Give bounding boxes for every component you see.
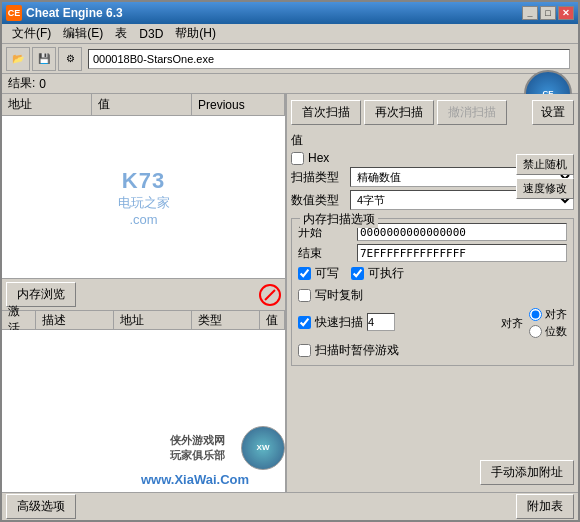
- scan-type-label: 扫描类型: [291, 169, 346, 186]
- left-panel: 地址 值 Previous K73 电玩之家.com 内存浏览 激活 描述 地址: [2, 94, 287, 492]
- fast-scan-checkbox[interactable]: [298, 316, 311, 329]
- next-scan-button[interactable]: 再次扫描: [364, 100, 434, 125]
- value-section-label: 值: [291, 132, 574, 149]
- menu-table[interactable]: 表: [109, 23, 133, 44]
- lower-col-description: 描述: [36, 311, 114, 329]
- col-header-value: 值: [92, 94, 192, 115]
- xiawai-url: www.XiaWai.Com: [105, 472, 285, 487]
- xiawai-logo: XW: [241, 426, 285, 470]
- app-icon: CE: [6, 5, 22, 21]
- executable-checkbox-row: 可执行: [351, 265, 404, 282]
- result-label: 结果:: [8, 75, 35, 92]
- k73-subtext: 电玩之家.com: [118, 194, 170, 227]
- hex-checkbox[interactable]: [291, 152, 304, 165]
- lower-col-address: 地址: [114, 311, 192, 329]
- result-count: 0: [39, 77, 46, 91]
- no-icon: [259, 284, 281, 306]
- writable-label: 可写: [315, 265, 339, 282]
- settings-panel-button[interactable]: 设置: [532, 100, 574, 125]
- xiawai-text2: 玩家俱乐部: [170, 448, 235, 463]
- bits-option: 位数: [545, 324, 567, 339]
- start-address-input[interactable]: [357, 223, 567, 241]
- lower-col-active: 激活: [2, 311, 36, 329]
- manual-add-row: 手动添加附址: [291, 457, 574, 488]
- fast-scan-row: 快速扫描: [298, 313, 395, 331]
- right-panel: 首次扫描 再次扫描 撤消扫描 设置 值 Hex 扫描类型 精确数值: [287, 94, 578, 492]
- end-address-row: 结束: [298, 244, 567, 262]
- copy-on-write-row: 写时复制: [298, 287, 567, 304]
- left-bottom-buttons: 内存浏览: [2, 278, 285, 310]
- xiawai-watermark: 侠外游戏网 玩家俱乐部 XW www.XiaWai.Com: [105, 426, 285, 487]
- bits-radio[interactable]: [529, 325, 542, 338]
- align-option: 对齐: [545, 307, 567, 322]
- lower-col-type: 类型: [192, 311, 260, 329]
- manual-add-button[interactable]: 手动添加附址: [480, 460, 574, 485]
- bottom-bar: 高级选项 附加表: [2, 492, 578, 520]
- k73-text: K73: [118, 168, 170, 194]
- menu-help[interactable]: 帮助(H): [169, 23, 222, 44]
- window-title: Cheat Engine 6.3: [26, 6, 123, 20]
- executable-checkbox[interactable]: [351, 267, 364, 280]
- menu-file[interactable]: 文件(F): [6, 23, 57, 44]
- k73-watermark: K73 电玩之家.com: [118, 168, 170, 227]
- address-table: 侠外游戏网 玩家俱乐部 XW www.XiaWai.Com: [2, 330, 285, 492]
- lower-col-value: 值: [260, 311, 285, 329]
- executable-label: 可执行: [368, 265, 404, 282]
- lower-table-header: 激活 描述 地址 类型 值: [2, 310, 285, 330]
- menu-edit[interactable]: 编辑(E): [57, 23, 109, 44]
- writable-checkbox[interactable]: [298, 267, 311, 280]
- hex-label: Hex: [308, 151, 329, 165]
- pause-game-checkbox[interactable]: [298, 344, 311, 357]
- alignment-label: 对齐: [501, 316, 523, 331]
- pause-game-row: 扫描时暂停游戏: [298, 342, 567, 359]
- open-button[interactable]: 📂: [6, 47, 30, 71]
- scan-results-list: K73 电玩之家.com: [2, 116, 285, 278]
- xiawai-text1: 侠外游戏网: [170, 433, 235, 448]
- right-spacer: [291, 371, 574, 454]
- scan-buttons-row: 首次扫描 再次扫描 撤消扫描 设置: [291, 98, 574, 127]
- menu-bar: 文件(F) 编辑(E) 表 D3D 帮助(H): [2, 24, 578, 44]
- end-address-input[interactable]: [357, 244, 567, 262]
- memory-scan-title: 内存扫描选项: [300, 211, 378, 228]
- col-header-previous: Previous: [192, 94, 285, 115]
- right-options: 禁止随机 速度修改: [516, 154, 574, 199]
- title-bar: CE Cheat Engine 6.3 _ □ ✕: [2, 2, 578, 24]
- main-area: 地址 值 Previous K73 电玩之家.com 内存浏览 激活 描述 地址: [2, 94, 578, 492]
- fast-scan-label: 快速扫描: [315, 314, 363, 331]
- toolbar: 📂 💾 ⚙ 000018B0-StarsOne.exe CE: [2, 44, 578, 74]
- pause-game-label: 扫描时暂停游戏: [315, 342, 399, 359]
- advanced-options-button[interactable]: 高级选项: [6, 494, 76, 519]
- result-bar: 结果: 0: [2, 74, 578, 94]
- settings-button[interactable]: ⚙: [58, 47, 82, 71]
- copy-on-write-checkbox[interactable]: [298, 289, 311, 302]
- align-radio[interactable]: [529, 308, 542, 321]
- left-table-header: 地址 值 Previous: [2, 94, 285, 116]
- data-type-label: 数值类型: [291, 192, 346, 209]
- speed-hack-button[interactable]: 速度修改: [516, 178, 574, 199]
- menu-d3d[interactable]: D3D: [133, 25, 169, 43]
- undo-scan-button[interactable]: 撤消扫描: [437, 100, 507, 125]
- minimize-button[interactable]: _: [522, 6, 538, 20]
- col-header-address: 地址: [2, 94, 92, 115]
- window-controls: _ □ ✕: [522, 6, 574, 20]
- alignment-options: 对齐 位数: [529, 307, 567, 339]
- no-random-button[interactable]: 禁止随机: [516, 154, 574, 175]
- maximize-button[interactable]: □: [540, 6, 556, 20]
- add-table-button[interactable]: 附加表: [516, 494, 574, 519]
- writable-checkbox-row: 可写: [298, 265, 339, 282]
- save-button[interactable]: 💾: [32, 47, 56, 71]
- fast-scan-value[interactable]: [367, 313, 395, 331]
- copy-on-write-label: 写时复制: [315, 287, 363, 304]
- end-label: 结束: [298, 245, 353, 262]
- process-display[interactable]: 000018B0-StarsOne.exe: [88, 49, 570, 69]
- first-scan-button[interactable]: 首次扫描: [291, 100, 361, 125]
- close-button[interactable]: ✕: [558, 6, 574, 20]
- memory-scan-group: 内存扫描选项 开始 结束 可写 可执行: [291, 218, 574, 366]
